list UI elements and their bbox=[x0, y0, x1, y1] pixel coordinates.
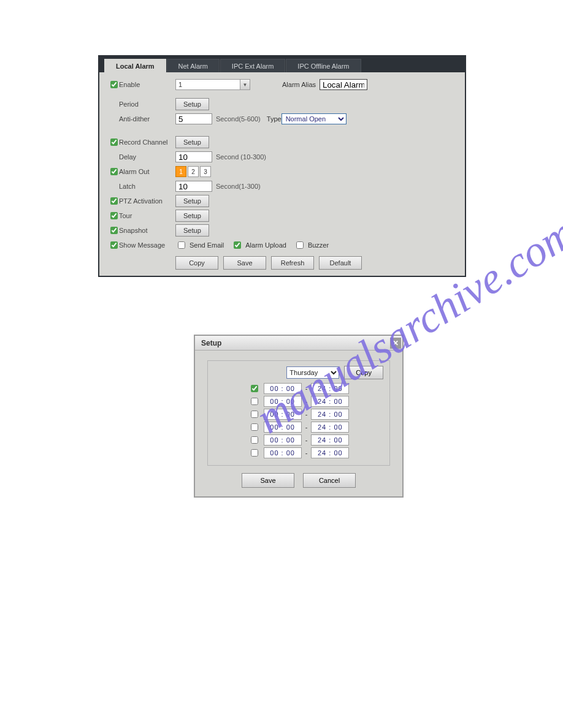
latch-label: Latch bbox=[119, 183, 175, 190]
period-row: 00 : 00-24 : 00 bbox=[214, 396, 383, 407]
period-row: 00 : 00-24 : 00 bbox=[214, 409, 383, 420]
period-from-input[interactable]: 00 : 00 bbox=[264, 422, 302, 433]
period-to-input[interactable]: 24 : 00 bbox=[311, 447, 349, 458]
period-to-input[interactable]: 24 : 00 bbox=[311, 409, 349, 420]
delay-input[interactable] bbox=[175, 151, 212, 162]
delay-hint: Second (10-300) bbox=[216, 153, 266, 161]
alarm-upload-label: Alarm Upload bbox=[245, 241, 286, 249]
alarm-out-1[interactable]: 1 bbox=[175, 166, 186, 177]
tab-bar: Local Alarm Net Alarm IPC Ext Alarm IPC … bbox=[99, 56, 465, 72]
dash-separator: - bbox=[305, 423, 308, 431]
close-icon[interactable]: ✕ bbox=[390, 338, 401, 349]
type-select[interactable]: Normal Open bbox=[282, 113, 347, 124]
period-from-input[interactable]: 00 : 00 bbox=[264, 447, 302, 458]
tab-ipc-offline-alarm[interactable]: IPC Offline Alarm bbox=[286, 59, 361, 72]
period-box: Thursday Copy 00 : 00-24 : 0000 : 00-24 … bbox=[207, 360, 390, 466]
record-channel-label: Record Channel bbox=[119, 138, 175, 146]
period-enable-checkbox[interactable] bbox=[251, 449, 258, 457]
save-button[interactable]: Save bbox=[223, 256, 266, 270]
enable-value: 1 bbox=[178, 81, 182, 88]
type-label: Type bbox=[267, 115, 282, 123]
enable-label: Enable bbox=[119, 81, 175, 88]
period-from-input[interactable]: 00 : 00 bbox=[264, 396, 302, 407]
local-alarm-panel: Local Alarm Net Alarm IPC Ext Alarm IPC … bbox=[98, 55, 466, 277]
dash-separator: - bbox=[305, 449, 308, 457]
period-to-input[interactable]: 24 : 00 bbox=[311, 396, 349, 407]
tab-ipc-ext-alarm[interactable]: IPC Ext Alarm bbox=[220, 59, 285, 72]
ptz-checkbox[interactable] bbox=[110, 197, 118, 205]
enable-checkbox[interactable] bbox=[110, 81, 118, 88]
snapshot-setup-button[interactable]: Setup bbox=[175, 224, 209, 237]
tab-local-alarm[interactable]: Local Alarm bbox=[104, 59, 166, 72]
anti-dither-hint: Second(5-600) bbox=[216, 115, 261, 123]
dialog-copy-button[interactable]: Copy bbox=[344, 366, 383, 379]
copy-button[interactable]: Copy bbox=[175, 256, 218, 270]
tab-net-alarm[interactable]: Net Alarm bbox=[167, 59, 220, 72]
period-from-input[interactable]: 00 : 00 bbox=[264, 434, 302, 446]
alarm-out-2[interactable]: 2 bbox=[188, 166, 199, 177]
period-from-input[interactable]: 00 : 00 bbox=[264, 383, 302, 394]
alarm-alias-label: Alarm Alias bbox=[282, 81, 316, 88]
tour-setup-button[interactable]: Setup bbox=[175, 210, 209, 222]
enable-dropdown[interactable]: 1 ▼ bbox=[175, 79, 250, 90]
send-email-label: Send Email bbox=[190, 241, 224, 249]
latch-hint: Second(1-300) bbox=[216, 183, 261, 190]
period-label: Period bbox=[119, 100, 175, 108]
period-from-input[interactable]: 00 : 00 bbox=[264, 409, 302, 420]
period-to-input[interactable]: 24 : 00 bbox=[311, 434, 349, 446]
dialog-cancel-button[interactable]: Cancel bbox=[303, 473, 356, 488]
dash-separator: - bbox=[305, 385, 308, 392]
dialog-body: Thursday Copy 00 : 00-24 : 0000 : 00-24 … bbox=[195, 351, 402, 496]
alarm-alias-input[interactable] bbox=[320, 79, 367, 90]
anti-dither-input[interactable] bbox=[175, 113, 212, 124]
buzzer-label: Buzzer bbox=[308, 241, 329, 249]
show-message-checkbox[interactable] bbox=[110, 241, 118, 249]
dash-separator: - bbox=[305, 436, 308, 444]
period-row: 00 : 00-24 : 00 bbox=[214, 434, 383, 446]
action-bar: Copy Save Refresh Default bbox=[175, 256, 456, 270]
period-enable-checkbox[interactable] bbox=[251, 436, 258, 444]
form-body: Enable 1 ▼ Alarm Alias Period Setup Anti… bbox=[99, 72, 465, 276]
period-enable-checkbox[interactable] bbox=[251, 423, 258, 431]
period-enable-checkbox[interactable] bbox=[251, 398, 258, 405]
period-enable-checkbox[interactable] bbox=[251, 411, 258, 418]
period-to-input[interactable]: 24 : 00 bbox=[311, 422, 349, 433]
record-channel-checkbox[interactable] bbox=[110, 138, 118, 146]
dash-separator: - bbox=[305, 398, 308, 405]
refresh-button[interactable]: Refresh bbox=[271, 256, 314, 270]
period-row: 00 : 00-24 : 00 bbox=[214, 383, 383, 394]
alarm-upload-checkbox[interactable] bbox=[234, 241, 241, 249]
buzzer-checkbox[interactable] bbox=[296, 241, 304, 249]
period-enable-checkbox[interactable] bbox=[251, 385, 258, 392]
alarm-out-checkbox[interactable] bbox=[110, 168, 118, 175]
alarm-out-label: Alarm Out bbox=[119, 168, 175, 175]
period-to-input[interactable]: 24 : 00 bbox=[311, 383, 349, 394]
delay-label: Delay bbox=[119, 153, 175, 161]
ptz-label: PTZ Activation bbox=[119, 197, 175, 205]
day-select[interactable]: Thursday bbox=[286, 366, 339, 379]
snapshot-checkbox[interactable] bbox=[110, 227, 118, 234]
alarm-out-3[interactable]: 3 bbox=[200, 166, 211, 177]
ptz-setup-button[interactable]: Setup bbox=[175, 195, 209, 207]
period-row: 00 : 00-24 : 00 bbox=[214, 447, 383, 458]
tour-checkbox[interactable] bbox=[110, 212, 118, 219]
tour-label: Tour bbox=[119, 212, 175, 219]
anti-dither-label: Anti-dither bbox=[119, 115, 175, 123]
default-button[interactable]: Default bbox=[319, 256, 362, 270]
dialog-actions: Save Cancel bbox=[207, 473, 390, 488]
record-channel-setup-button[interactable]: Setup bbox=[175, 136, 209, 148]
period-row: 00 : 00-24 : 00 bbox=[214, 422, 383, 433]
send-email-checkbox[interactable] bbox=[178, 241, 185, 249]
dropdown-arrow-icon: ▼ bbox=[240, 80, 250, 89]
dialog-title-bar: Setup ✕ bbox=[195, 336, 402, 351]
latch-input[interactable] bbox=[175, 181, 212, 192]
dialog-save-button[interactable]: Save bbox=[242, 473, 294, 488]
snapshot-label: Snapshot bbox=[119, 227, 175, 234]
setup-dialog: Setup ✕ Thursday Copy 00 : 00-24 : 0000 … bbox=[194, 335, 404, 498]
dialog-title: Setup bbox=[201, 339, 221, 347]
period-setup-button[interactable]: Setup bbox=[175, 98, 209, 110]
show-message-label: Show Message bbox=[119, 241, 175, 249]
dash-separator: - bbox=[305, 411, 308, 418]
